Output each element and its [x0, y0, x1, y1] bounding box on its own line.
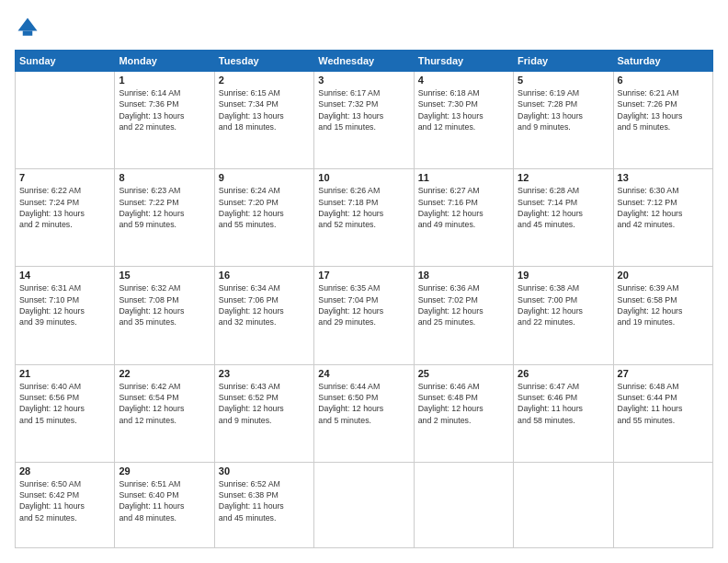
weekday-header-row: SundayMondayTuesdayWednesdayThursdayFrid… [16, 51, 713, 72]
calendar-cell: 6Sunrise: 6:21 AM Sunset: 7:26 PM Daylig… [613, 72, 712, 169]
day-info: Sunrise: 6:15 AM Sunset: 7:34 PM Dayligh… [219, 87, 310, 132]
calendar-cell: 19Sunrise: 6:38 AM Sunset: 7:00 PM Dayli… [514, 267, 613, 364]
day-number: 25 [418, 368, 509, 379]
calendar-cell [414, 462, 513, 547]
calendar-cell: 21Sunrise: 6:40 AM Sunset: 6:56 PM Dayli… [16, 364, 115, 462]
calendar-cell: 13Sunrise: 6:30 AM Sunset: 7:12 PM Dayli… [613, 169, 712, 267]
calendar-cell: 25Sunrise: 6:46 AM Sunset: 6:48 PM Dayli… [414, 364, 513, 462]
day-number: 29 [119, 465, 210, 477]
calendar-cell: 7Sunrise: 6:22 AM Sunset: 7:24 PM Daylig… [16, 169, 115, 267]
calendar-cell: 26Sunrise: 6:47 AM Sunset: 6:46 PM Dayli… [514, 364, 613, 462]
day-info: Sunrise: 6:47 AM Sunset: 6:46 PM Dayligh… [518, 381, 609, 426]
day-number: 28 [19, 465, 110, 477]
calendar-cell: 4Sunrise: 6:18 AM Sunset: 7:30 PM Daylig… [414, 72, 513, 169]
calendar-cell: 28Sunrise: 6:50 AM Sunset: 6:42 PM Dayli… [16, 462, 115, 547]
logo-icon [15, 15, 40, 40]
calendar-week-row: 21Sunrise: 6:40 AM Sunset: 6:56 PM Dayli… [16, 364, 713, 462]
day-number: 21 [19, 368, 110, 379]
day-number: 12 [518, 172, 609, 183]
calendar-cell [514, 462, 613, 547]
day-number: 17 [318, 270, 409, 281]
weekday-header-wednesday: Wednesday [314, 51, 414, 72]
day-info: Sunrise: 6:42 AM Sunset: 6:54 PM Dayligh… [119, 381, 210, 426]
calendar-cell [16, 72, 115, 169]
calendar-cell: 15Sunrise: 6:32 AM Sunset: 7:08 PM Dayli… [115, 267, 214, 364]
calendar-week-row: 28Sunrise: 6:50 AM Sunset: 6:42 PM Dayli… [16, 462, 713, 547]
calendar-cell: 9Sunrise: 6:24 AM Sunset: 7:20 PM Daylig… [214, 169, 313, 267]
day-info: Sunrise: 6:38 AM Sunset: 7:00 PM Dayligh… [518, 282, 609, 327]
day-info: Sunrise: 6:18 AM Sunset: 7:30 PM Dayligh… [418, 87, 509, 132]
day-info: Sunrise: 6:36 AM Sunset: 7:02 PM Dayligh… [418, 282, 509, 327]
day-number: 27 [618, 368, 709, 379]
day-info: Sunrise: 6:35 AM Sunset: 7:04 PM Dayligh… [318, 282, 409, 327]
day-number: 5 [518, 75, 609, 86]
day-info: Sunrise: 6:34 AM Sunset: 7:06 PM Dayligh… [219, 282, 310, 327]
day-info: Sunrise: 6:22 AM Sunset: 7:24 PM Dayligh… [19, 185, 110, 230]
day-info: Sunrise: 6:50 AM Sunset: 6:42 PM Dayligh… [19, 478, 110, 523]
weekday-header-saturday: Saturday [613, 51, 712, 72]
day-info: Sunrise: 6:26 AM Sunset: 7:18 PM Dayligh… [318, 185, 409, 230]
calendar-cell: 23Sunrise: 6:43 AM Sunset: 6:52 PM Dayli… [214, 364, 313, 462]
day-number: 19 [518, 270, 609, 281]
day-info: Sunrise: 6:27 AM Sunset: 7:16 PM Dayligh… [418, 185, 509, 230]
day-info: Sunrise: 6:51 AM Sunset: 6:40 PM Dayligh… [119, 478, 210, 523]
calendar-week-row: 14Sunrise: 6:31 AM Sunset: 7:10 PM Dayli… [16, 267, 713, 364]
day-number: 3 [318, 75, 409, 86]
day-info: Sunrise: 6:48 AM Sunset: 6:44 PM Dayligh… [618, 381, 709, 426]
day-number: 22 [119, 368, 210, 379]
weekday-header-friday: Friday [514, 51, 613, 72]
day-info: Sunrise: 6:17 AM Sunset: 7:32 PM Dayligh… [318, 87, 409, 132]
calendar-cell: 14Sunrise: 6:31 AM Sunset: 7:10 PM Dayli… [16, 267, 115, 364]
day-info: Sunrise: 6:39 AM Sunset: 6:58 PM Dayligh… [618, 282, 709, 327]
calendar-cell: 3Sunrise: 6:17 AM Sunset: 7:32 PM Daylig… [314, 72, 414, 169]
calendar-cell: 8Sunrise: 6:23 AM Sunset: 7:22 PM Daylig… [115, 169, 214, 267]
calendar-cell: 20Sunrise: 6:39 AM Sunset: 6:58 PM Dayli… [613, 267, 712, 364]
day-info: Sunrise: 6:23 AM Sunset: 7:22 PM Dayligh… [119, 185, 210, 230]
calendar-cell [613, 462, 712, 547]
calendar-week-row: 7Sunrise: 6:22 AM Sunset: 7:24 PM Daylig… [16, 169, 713, 267]
svg-rect-1 [23, 31, 33, 36]
calendar-cell: 17Sunrise: 6:35 AM Sunset: 7:04 PM Dayli… [314, 267, 414, 364]
calendar-cell: 30Sunrise: 6:52 AM Sunset: 6:38 PM Dayli… [214, 462, 313, 547]
day-info: Sunrise: 6:32 AM Sunset: 7:08 PM Dayligh… [119, 282, 210, 327]
day-info: Sunrise: 6:40 AM Sunset: 6:56 PM Dayligh… [19, 381, 110, 426]
day-number: 15 [119, 270, 210, 281]
day-number: 10 [318, 172, 409, 183]
calendar-cell: 12Sunrise: 6:28 AM Sunset: 7:14 PM Dayli… [514, 169, 613, 267]
day-info: Sunrise: 6:21 AM Sunset: 7:26 PM Dayligh… [618, 87, 709, 132]
day-number: 4 [418, 75, 509, 86]
day-info: Sunrise: 6:28 AM Sunset: 7:14 PM Dayligh… [518, 185, 609, 230]
day-info: Sunrise: 6:19 AM Sunset: 7:28 PM Dayligh… [518, 87, 609, 132]
svg-marker-0 [18, 18, 38, 31]
day-number: 2 [219, 75, 310, 86]
day-number: 18 [418, 270, 509, 281]
calendar-cell: 24Sunrise: 6:44 AM Sunset: 6:50 PM Dayli… [314, 364, 414, 462]
day-number: 7 [19, 172, 110, 183]
day-number: 6 [618, 75, 709, 86]
logo [15, 15, 44, 40]
calendar-cell [314, 462, 414, 547]
calendar-cell: 29Sunrise: 6:51 AM Sunset: 6:40 PM Dayli… [115, 462, 214, 547]
day-number: 20 [618, 270, 709, 281]
day-number: 11 [418, 172, 509, 183]
calendar-cell: 11Sunrise: 6:27 AM Sunset: 7:16 PM Dayli… [414, 169, 513, 267]
day-number: 13 [618, 172, 709, 183]
day-info: Sunrise: 6:46 AM Sunset: 6:48 PM Dayligh… [418, 381, 509, 426]
weekday-header-monday: Monday [115, 51, 214, 72]
day-info: Sunrise: 6:30 AM Sunset: 7:12 PM Dayligh… [618, 185, 709, 230]
calendar-cell: 1Sunrise: 6:14 AM Sunset: 7:36 PM Daylig… [115, 72, 214, 169]
day-info: Sunrise: 6:44 AM Sunset: 6:50 PM Dayligh… [318, 381, 409, 426]
day-number: 16 [219, 270, 310, 281]
day-number: 14 [19, 270, 110, 281]
header [15, 15, 713, 40]
day-number: 9 [219, 172, 310, 183]
calendar-table: SundayMondayTuesdayWednesdayThursdayFrid… [15, 50, 713, 548]
calendar-cell: 22Sunrise: 6:42 AM Sunset: 6:54 PM Dayli… [115, 364, 214, 462]
day-number: 1 [119, 75, 210, 86]
calendar-cell: 5Sunrise: 6:19 AM Sunset: 7:28 PM Daylig… [514, 72, 613, 169]
day-info: Sunrise: 6:14 AM Sunset: 7:36 PM Dayligh… [119, 87, 210, 132]
calendar-cell: 16Sunrise: 6:34 AM Sunset: 7:06 PM Dayli… [214, 267, 313, 364]
calendar-cell: 27Sunrise: 6:48 AM Sunset: 6:44 PM Dayli… [613, 364, 712, 462]
day-info: Sunrise: 6:31 AM Sunset: 7:10 PM Dayligh… [19, 282, 110, 327]
day-number: 8 [119, 172, 210, 183]
